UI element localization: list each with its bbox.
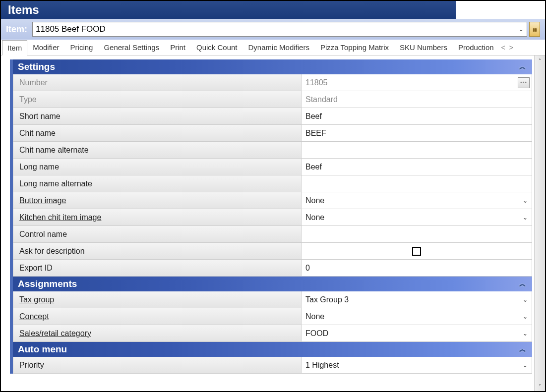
tab-print[interactable]: Print [165,40,191,55]
row-control-name: Control name [13,226,532,243]
collapse-icon[interactable] [518,280,527,288]
row-type: Type Standard [13,91,532,108]
scroll-up-icon[interactable]: ˄ [535,56,545,65]
window-title: Items [1,3,46,17]
ellipsis-button[interactable]: ••• [518,77,530,88]
value-number[interactable]: 11805 ••• [302,74,532,91]
value-control-name[interactable] [302,226,532,242]
chevron-down-icon: ⌄ [523,362,528,369]
label-long-name-alt: Long name alternate [13,175,302,192]
row-chit-name: Chit name BEEF [13,125,532,142]
row-sales-category: Sales/retail category FOOD⌄ [13,325,532,342]
value-chit-name[interactable]: BEEF [302,125,532,141]
window: Items Item: 11805 Beef FOOD ⌄ ▦ Item Mod… [0,0,546,392]
automenu-grid: Priority 1 Highest⌄ [13,357,532,374]
value-chit-name-text: BEEF [305,129,326,138]
tool-icon[interactable]: ▦ [529,22,540,37]
item-dropdown[interactable]: 11805 Beef FOOD ⌄ [32,22,527,37]
value-concept[interactable]: None⌄ [302,308,532,325]
collapse-icon[interactable] [518,62,527,71]
row-long-name: Long name Beef [13,159,532,175]
vertical-scrollbar[interactable]: ˄ ˅ [534,56,545,391]
row-export-id: Export ID 0 [13,260,532,277]
value-sales-category-text: FOOD [305,329,328,338]
item-selector-row: Item: 11805 Beef FOOD ⌄ ▦ [1,19,545,40]
titlebar: Items [1,1,545,19]
tab-modifier[interactable]: Modifier [27,40,64,55]
tab-scroll-left-icon[interactable]: < [499,44,507,52]
value-long-name-text: Beef [305,163,322,171]
chevron-down-icon: ⌄ [523,313,528,320]
value-button-image-text: None [305,196,324,205]
label-sales-category: Sales/retail category [13,325,302,341]
item-label: Item: [6,24,27,35]
value-chit-name-alt[interactable] [302,142,532,158]
value-button-image[interactable]: None⌄ [302,192,532,209]
settings-grid: Number 11805 ••• Type Standard Short nam… [13,74,532,277]
section-title-settings: Settings [18,61,55,72]
label-ask-description: Ask for description [13,243,302,259]
value-priority-text: 1 Highest [305,361,339,370]
value-type: Standard [302,91,532,108]
value-ask-description[interactable] [302,243,532,259]
label-chit-name-alt: Chit name alternate [13,142,302,158]
value-concept-text: None [305,312,324,321]
tab-item[interactable]: Item [2,40,27,56]
tab-production[interactable]: Production [453,40,499,55]
row-chit-name-alt: Chit name alternate [13,142,532,159]
value-short-name[interactable]: Beef [302,108,532,124]
label-control-name: Control name [13,226,302,242]
tab-pricing[interactable]: Pricing [65,40,99,55]
value-kitchen-chit-image[interactable]: None⌄ [302,209,532,225]
tab-quick-count[interactable]: Quick Count [191,40,243,55]
chevron-down-icon: ⌄ [523,296,528,303]
titlebar-blank [456,1,545,19]
label-concept: Concept [13,308,302,325]
tab-sku-numbers[interactable]: SKU Numbers [394,40,453,55]
checkbox[interactable] [412,247,421,256]
tab-scroll-right-icon[interactable]: > [507,44,515,52]
chevron-down-icon: ⌄ [523,197,528,204]
value-priority[interactable]: 1 Highest⌄ [302,357,532,373]
row-short-name: Short name Beef [13,108,532,125]
chevron-down-icon: ⌄ [523,214,528,221]
value-tax-group[interactable]: Tax Group 3⌄ [302,291,532,308]
value-export-id-text: 0 [305,264,310,273]
section-header-automenu[interactable]: Auto menu [13,342,532,357]
row-number: Number 11805 ••• [13,74,532,91]
row-ask-description: Ask for description [13,243,532,260]
value-tax-group-text: Tax Group 3 [305,295,349,304]
value-long-name[interactable]: Beef [302,159,532,175]
label-long-name: Long name [13,159,302,175]
value-export-id[interactable]: 0 [302,260,532,276]
collapse-icon[interactable] [518,345,527,354]
value-sales-category[interactable]: FOOD⌄ [302,325,532,341]
label-export-id: Export ID [13,260,302,276]
label-tax-group: Tax group [13,291,302,308]
section-header-settings[interactable]: Settings [13,59,532,74]
row-kitchen-chit-image: Kitchen chit item image None⌄ [13,209,532,226]
row-concept: Concept None⌄ [13,308,532,325]
value-kitchen-chit-image-text: None [305,213,324,222]
section-header-assignments[interactable]: Assignments [13,277,532,291]
value-number-text: 11805 [305,78,328,87]
tab-general-settings[interactable]: General Settings [98,40,165,55]
label-short-name: Short name [13,108,302,124]
assignments-grid: Tax group Tax Group 3⌄ Concept None⌄ Sal… [13,291,532,342]
panel: Settings Number 11805 ••• Type Standard [1,56,534,391]
row-priority: Priority 1 Highest⌄ [13,357,532,374]
label-kitchen-chit-image: Kitchen chit item image [13,209,302,225]
tab-dynamic-modifiers[interactable]: Dynamic Modifiers [243,40,315,55]
chevron-down-icon: ⌄ [523,330,528,337]
row-long-name-alt: Long name alternate [13,175,532,192]
chevron-down-icon: ⌄ [519,26,524,33]
scroll-down-icon[interactable]: ˅ [535,381,545,391]
value-long-name-alt[interactable] [302,175,532,192]
item-dropdown-value: 11805 Beef FOOD [36,24,106,34]
label-number: Number [13,74,302,91]
tab-pizza-topping-matrix[interactable]: Pizza Topping Matrix [315,40,394,55]
tabs: Item Modifier Pricing General Settings P… [1,40,545,56]
section-title-assignments: Assignments [18,279,77,289]
section-title-automenu: Auto menu [18,344,67,355]
label-button-image: Button image [13,192,302,209]
